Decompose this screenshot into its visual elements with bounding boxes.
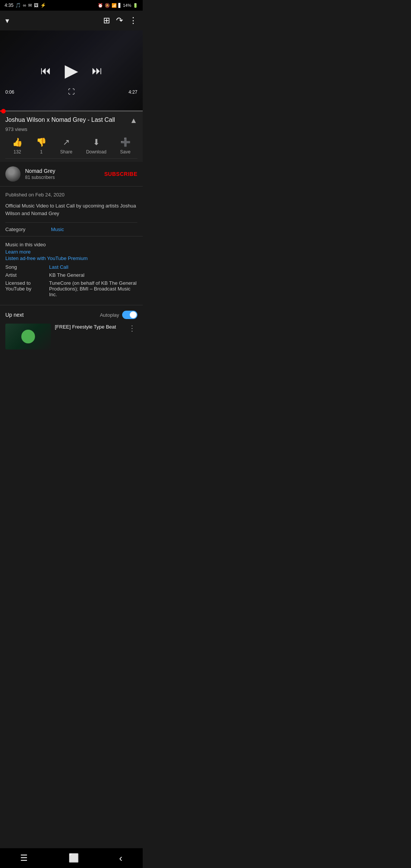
status-right: ⏰ 🔕 📶 ▋ 14% 🔋 [98, 3, 138, 8]
channel-info: Nomad Grey 81 subscribers [25, 168, 104, 180]
dislike-count: 1 [40, 149, 43, 155]
up-next-header: Up next Autoplay [5, 311, 137, 319]
toggle-knob [130, 311, 137, 318]
share-button[interactable]: ↗ Share [60, 137, 72, 155]
music-row-licensed: Licensed toYouTube by TuneCore (on behal… [5, 280, 137, 297]
share-icon: ↗ [63, 137, 70, 147]
channel-subscribers: 81 subscribers [25, 175, 104, 180]
time-bar: 0:06 ⛶ 4:27 [5, 88, 137, 96]
next-video-info: [FREE] Freestyle Type Beat [55, 324, 123, 330]
published-date: Published on Feb 24, 2020 [5, 192, 137, 198]
video-title-row: Joshua Wilson x Nomad Grey - Last Call ▲ [5, 116, 137, 125]
cell-signal-icon: ▋ [118, 3, 121, 8]
licensed-value: TuneCore (on behalf of KB The General Pr… [49, 280, 137, 297]
dislike-icon: 👎 [36, 137, 46, 147]
mute-icon: 🔕 [105, 3, 110, 8]
views-count: 973 views [5, 126, 137, 132]
battery-icon: 🔋 [133, 3, 138, 8]
next-video-more-button[interactable]: ⋮ [127, 324, 137, 333]
video-player[interactable]: ⏮ ▶ ⏭ 0:06 ⛶ 4:27 [0, 30, 143, 110]
next-button[interactable]: ⏭ [92, 64, 102, 77]
avatar-image [5, 166, 21, 182]
description-text: Official Music Video to Last Call by upc… [5, 202, 137, 217]
dislike-button[interactable]: 👎 1 [36, 137, 46, 155]
wifi-icon: ⚡ [40, 3, 46, 8]
status-bar: 4:35 🎵 ∞ ✉ 🖼 ⚡ ⏰ 🔕 📶 ▋ 14% 🔋 [0, 0, 143, 11]
like-button[interactable]: 👍 132 [12, 137, 22, 155]
music-row-song: Song Last Call [5, 264, 137, 270]
save-label: Save [120, 149, 131, 155]
autoplay-area: Autoplay [100, 311, 137, 319]
signal-wifi-icon: 📶 [112, 3, 117, 8]
next-video-row[interactable]: [FREE] Freestyle Type Beat ⋮ [5, 324, 137, 349]
up-next-section: Up next Autoplay [FREE] Freestyle Type B… [0, 305, 143, 355]
share-label: Share [60, 149, 72, 155]
save-button[interactable]: ➕ Save [120, 137, 131, 155]
play-pause-button[interactable]: ▶ [65, 60, 78, 81]
progress-dot [1, 109, 6, 113]
category-row: Category Music [5, 222, 137, 232]
music-section-title: Music in this video [5, 242, 137, 247]
status-left: 4:35 🎵 ∞ ✉ 🖼 ⚡ [5, 3, 46, 8]
autoplay-toggle[interactable] [122, 311, 137, 319]
gmail-icon: ✉ [28, 3, 32, 8]
home-button[interactable]: ⬜ [61, 850, 86, 866]
artist-value: KB The General [49, 272, 137, 278]
music-info: Music in this video Learn more Listen ad… [0, 236, 143, 305]
download-icon: ⬇ [93, 137, 100, 147]
infinity-icon: ∞ [23, 3, 26, 8]
collapse-button[interactable]: ▾ [5, 16, 9, 25]
info-collapse-button[interactable]: ▲ [130, 116, 137, 125]
autoplay-label: Autoplay [100, 312, 119, 318]
player-controls: ⏮ ▶ ⏭ [40, 60, 102, 81]
nav-bar: ☰ ⬜ ‹ [0, 848, 143, 868]
image-icon: 🖼 [34, 3, 38, 8]
channel-avatar[interactable] [5, 166, 21, 182]
like-count: 132 [14, 149, 21, 155]
share-button-top[interactable]: ↷ [116, 16, 123, 26]
description-area: Published on Feb 24, 2020 Official Music… [0, 187, 143, 236]
current-time: 0:06 [5, 89, 14, 95]
action-row: 👍 132 👎 1 ↗ Share ⬇ Download ➕ Save [5, 132, 137, 159]
top-bar: ▾ ⊞ ↷ ⋮ [0, 11, 143, 30]
download-label: Download [86, 149, 106, 155]
licensed-label: Licensed toYouTube by [5, 280, 49, 292]
artist-label: Artist [5, 272, 49, 278]
progress-bar[interactable] [0, 110, 143, 112]
channel-row: Nomad Grey 81 subscribers SUBSCRIBE [0, 162, 143, 187]
video-title: Joshua Wilson x Nomad Grey - Last Call [5, 116, 126, 124]
top-bar-right: ⊞ ↷ ⋮ [103, 16, 137, 26]
music-icon: 🎵 [15, 3, 21, 8]
next-video-title: [FREE] Freestyle Type Beat [55, 324, 123, 330]
thumb-circle [21, 330, 35, 343]
song-value[interactable]: Last Call [49, 264, 137, 270]
learn-more-link[interactable]: Learn more [5, 249, 137, 255]
category-label: Category [5, 227, 51, 232]
total-time: 4:27 [129, 89, 137, 95]
previous-button[interactable]: ⏮ [40, 64, 51, 77]
next-video-thumbnail [5, 324, 51, 349]
song-label: Song [5, 264, 49, 270]
music-rows: Song Last Call Artist KB The General Lic… [5, 264, 137, 297]
video-info: Joshua Wilson x Nomad Grey - Last Call ▲… [0, 112, 143, 162]
subscribe-button[interactable]: SUBSCRIBE [104, 171, 137, 177]
add-to-queue-button[interactable]: ⊞ [103, 16, 110, 26]
menu-button[interactable]: ☰ [13, 850, 35, 866]
up-next-label: Up next [5, 312, 24, 318]
youtube-premium-link[interactable]: Listen ad-free with YouTube Premium [5, 255, 137, 261]
channel-name[interactable]: Nomad Grey [25, 168, 104, 174]
back-button[interactable]: ‹ [112, 849, 130, 867]
time-display: 4:35 [5, 3, 13, 8]
download-button[interactable]: ⬇ Download [86, 137, 106, 155]
more-options-button[interactable]: ⋮ [129, 16, 137, 26]
category-value[interactable]: Music [51, 227, 64, 232]
fullscreen-button[interactable]: ⛶ [68, 88, 75, 96]
like-icon: 👍 [12, 137, 22, 147]
alarm-icon: ⏰ [98, 3, 103, 8]
battery-percent: 14% [123, 3, 131, 8]
save-icon: ➕ [120, 137, 131, 147]
music-row-artist: Artist KB The General [5, 272, 137, 278]
